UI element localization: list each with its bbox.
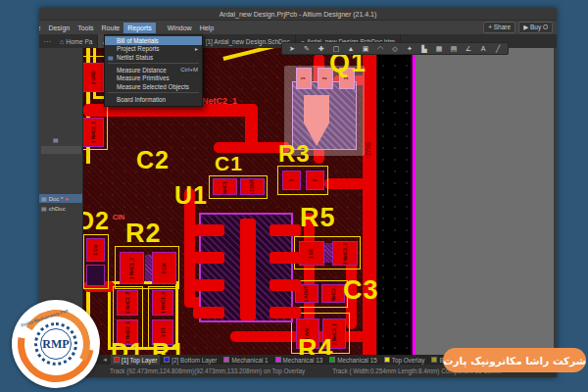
rectangle-icon[interactable]: ▢ <box>329 45 343 53</box>
pad-2[interactable] <box>86 265 105 286</box>
refdes-r4[interactable]: R4 <box>298 336 334 355</box>
pad-cin[interactable]: 2 Cin <box>152 252 176 284</box>
net-label-cin[interactable]: CIN <box>113 214 124 220</box>
pad-cout[interactable]: 1 COUT <box>240 178 265 195</box>
layer-tab-top-overlay[interactable]: Top Overlay <box>381 355 428 365</box>
menu-item-measure-distance[interactable]: Measure Distance Ctrl+M <box>105 66 202 74</box>
menu-reports[interactable]: Reports <box>123 23 156 33</box>
refdes-r2[interactable]: R2 <box>125 220 162 247</box>
measure-icon[interactable]: ∠ <box>462 45 475 53</box>
layer-color-swatch <box>275 357 281 363</box>
document-icon: ▤ <box>53 136 59 143</box>
layer-tab-mech13[interactable]: Mechanical 13 <box>272 355 326 365</box>
component-r2[interactable]: 1 NetC1_2 2 Cin <box>115 246 179 289</box>
soic-pad[interactable] <box>270 224 301 236</box>
layer-tab-mech1[interactable]: Mechanical 1 <box>220 355 270 365</box>
arc-icon[interactable]: ◠ <box>373 45 387 53</box>
menu-item-measure-primitives[interactable]: Measure Primitives <box>105 74 202 83</box>
soic-pad[interactable] <box>193 224 224 236</box>
tab-home[interactable]: ⌂ Home Pa <box>55 34 98 48</box>
pad-cin[interactable]: 1 Cin <box>86 238 105 262</box>
component-c1[interactable]: 2 NetC1_2 1 COUT <box>209 175 268 199</box>
component-u1[interactable] <box>199 213 293 322</box>
refdes-d1-r1[interactable]: D1 R1 <box>111 340 185 355</box>
panel-divider <box>41 146 81 154</box>
line-icon[interactable]: ╱ <box>491 45 505 53</box>
triangle-icon[interactable]: ▲ <box>344 45 358 52</box>
cursor-icon[interactable]: ➤ <box>285 45 299 53</box>
menu-tools[interactable]: Tools <box>74 23 97 33</box>
pad-sr[interactable]: 1 SR <box>299 241 324 266</box>
grid-icon[interactable]: ▤ <box>447 45 461 53</box>
soic-pad[interactable] <box>270 307 301 318</box>
pad-netc3-2[interactable]: 2 NetC3_2 <box>321 284 345 303</box>
refdes-c3[interactable]: C3 <box>343 277 379 304</box>
soic-pad[interactable] <box>193 279 224 291</box>
modified-marker: ● <box>65 196 69 202</box>
menu-bar: ce Design Tools Route Reports Window Hel… <box>39 21 557 34</box>
menu-help[interactable]: Help <box>196 23 218 33</box>
chart-icon[interactable]: ▙ <box>417 45 431 53</box>
company-badge: شرکت راشا مکاترونیک پارت <box>443 348 586 372</box>
refdes-c2[interactable]: C2 <box>136 148 170 172</box>
layer-tab-bottom[interactable]: [2] Bottom Layer <box>161 355 220 365</box>
pad-2[interactable]: 2 <box>306 171 324 190</box>
menu-separator <box>108 92 199 93</box>
menu-route[interactable]: Route <box>98 23 124 33</box>
pad-netc3-2[interactable]: 2 NetC3_2 <box>332 241 358 266</box>
menu-item-measure-selected-objects[interactable]: Measure Selected Objects <box>105 82 202 91</box>
pad-netc1-2[interactable]: 1 NetC1_2 <box>117 290 138 316</box>
layer-tab-mech15[interactable]: Mechanical 15 <box>326 355 380 365</box>
refdes-c1[interactable]: C1 <box>215 153 243 173</box>
gear-icon: RMP <box>34 322 77 366</box>
layer-color-swatch <box>114 357 120 363</box>
copper-trace[interactable] <box>324 178 366 189</box>
document-icon: ▤ <box>41 195 47 202</box>
soic-pad[interactable] <box>270 279 301 291</box>
pad-1[interactable]: 1 <box>296 68 312 89</box>
menu-design[interactable]: Design <box>44 23 74 33</box>
pencil-icon[interactable]: ✎ <box>300 45 314 53</box>
layer-scroll-left-icon[interactable]: ◄ <box>100 357 110 363</box>
refdes-u1[interactable]: U1 <box>174 183 208 208</box>
logo-monogram: RMP <box>42 337 69 352</box>
polygon-icon[interactable]: ◇ <box>388 45 402 53</box>
tab-overflow-icon[interactable]: ⋯ <box>39 34 55 48</box>
outside-board-area <box>416 48 554 355</box>
highlight-icon[interactable]: ✦ <box>403 45 416 53</box>
pad-netc2-1[interactable]: 1 NetC2_1 <box>83 118 104 147</box>
layer-tab-top[interactable]: [1] Top Layer <box>111 355 160 365</box>
soic-center-trace[interactable] <box>240 219 256 320</box>
menu-item-project-reports[interactable]: Project Reports ▸ <box>105 45 202 54</box>
menu-item-board-information[interactable]: Board Information <box>105 95 202 104</box>
soic-pad[interactable] <box>193 252 224 264</box>
project-tree-item-pcbdoc[interactable]: ▤ Doc *● <box>39 194 82 203</box>
share-button[interactable]: + Share <box>483 22 515 33</box>
refdes-r3[interactable]: R3 <box>278 142 311 166</box>
net-label-buz[interactable]: BUZ- <box>365 142 371 159</box>
pad-netc1-2[interactable]: 1 NetC1_2 <box>120 252 144 284</box>
soic-pad[interactable] <box>193 307 224 318</box>
menu-item-netlist-status[interactable]: ▤ Netlist Status <box>105 53 202 62</box>
component-r5[interactable]: 1 SR 2 NetC3_2 <box>294 236 361 270</box>
pad-1[interactable]: 1 <box>282 171 301 190</box>
menu-item-bill-of-materials[interactable]: Bill of Materials <box>105 36 202 45</box>
soic-pad[interactable] <box>270 252 301 264</box>
component-d2[interactable]: 1 Cin <box>83 234 109 289</box>
copper-trace-buz[interactable] <box>363 48 376 355</box>
pad-netc1-2[interactable]: 2 NetC1_2 <box>213 178 237 195</box>
menu-window[interactable]: Window <box>164 23 196 33</box>
fill-icon[interactable]: ▣ <box>359 45 372 53</box>
refdes-d2[interactable]: D2 <box>83 209 110 233</box>
project-tree-item-schdoc[interactable]: ▤ chDoc <box>39 204 82 213</box>
buy-button[interactable]: ▶ Buy O <box>518 22 553 33</box>
component-r3[interactable]: 1 2 <box>277 166 328 195</box>
logo-circle: Rasha Mechatronics Part RMP <box>12 300 100 388</box>
pad-netc1-2[interactable]: 1 NetC1_2 <box>152 290 173 316</box>
image-icon[interactable]: ▦ <box>432 45 446 53</box>
refdes-r5[interactable]: R5 <box>300 205 336 231</box>
pad-gnd[interactable]: 2 GND <box>83 63 104 92</box>
company-badge-text: شرکت راشا مکاترونیک پارت <box>443 355 586 367</box>
text-icon[interactable]: A <box>476 45 490 52</box>
move-icon[interactable]: ✚ <box>315 45 328 53</box>
